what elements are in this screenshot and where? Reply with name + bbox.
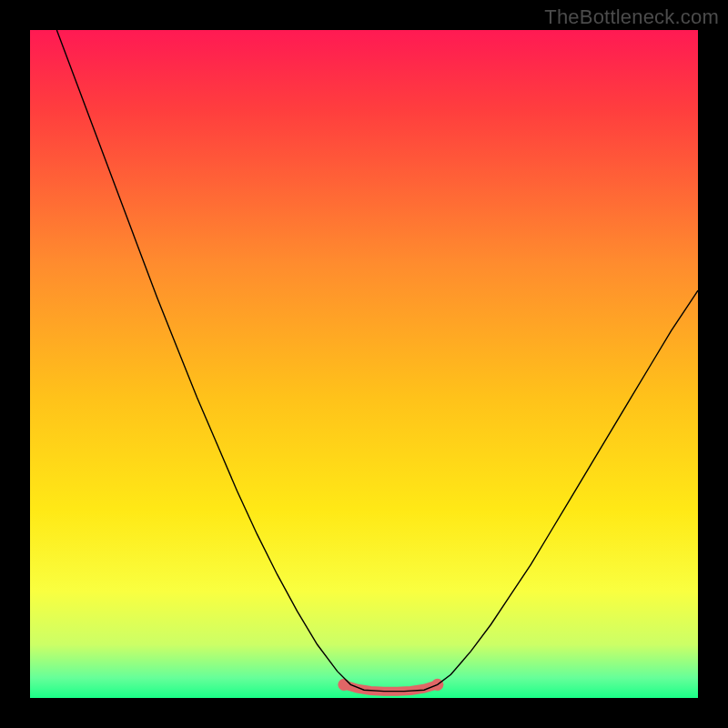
watermark-text: TheBottleneck.com	[544, 5, 719, 29]
emphasis-endpoint-left	[338, 679, 349, 691]
curve-layer	[30, 30, 698, 698]
main-curve	[56, 30, 698, 692]
chart-frame: TheBottleneck.com	[0, 0, 728, 728]
plot-area	[30, 30, 698, 698]
